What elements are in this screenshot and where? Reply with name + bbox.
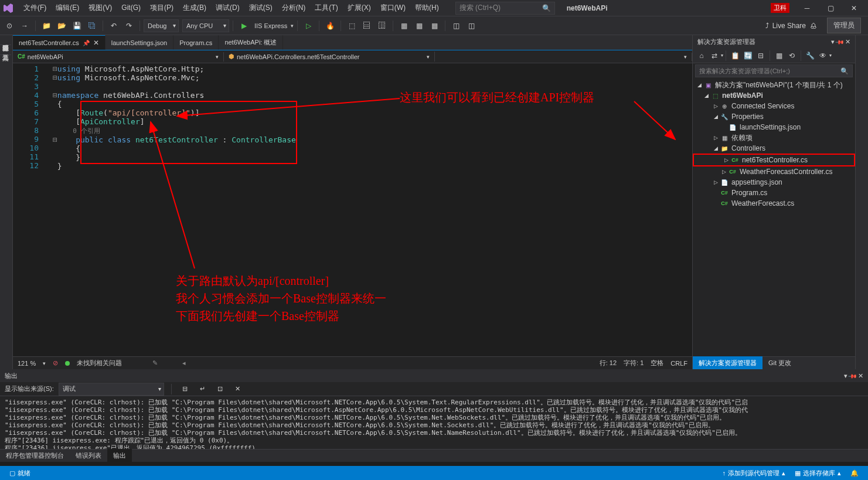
- expand-arrow-icon[interactable]: ▷: [712, 179, 720, 185]
- tree-item[interactable]: ◢📁Controllers: [693, 143, 855, 154]
- cursor-line[interactable]: 行: 12: [600, 359, 617, 367]
- search-icon[interactable]: 🔍: [542, 4, 551, 12]
- sol-save-button[interactable]: 📋: [729, 49, 741, 62]
- indent-mode[interactable]: 空格: [651, 359, 663, 367]
- tree-solution-root[interactable]: ◢ ▣ 解决方案"net6WebAPi"(1 个项目/共 1 个): [693, 80, 855, 90]
- save-button[interactable]: 💾: [70, 19, 84, 33]
- config-dropdown[interactable]: Debug: [144, 19, 179, 32]
- expand-arrow-icon[interactable]: ▷: [712, 135, 720, 141]
- admin-button[interactable]: 管理员: [827, 18, 861, 33]
- code-line[interactable]: [48, 171, 692, 179]
- tree-item[interactable]: ▷C#net6TestController.cs: [695, 155, 810, 165]
- minimize-button[interactable]: ─: [795, 0, 819, 16]
- expand-arrow-icon[interactable]: ◢: [712, 114, 720, 120]
- code-line[interactable]: ⊟namespace net6WebAPi.Controllers: [48, 91, 692, 100]
- tree-item[interactable]: 📄launchSettings.json: [693, 122, 855, 132]
- panel-menu-icon[interactable]: ▾: [831, 38, 835, 45]
- document-tab[interactable]: Program.cs: [173, 35, 219, 50]
- cursor-char[interactable]: 字符: 1: [624, 359, 644, 367]
- menu-item[interactable]: 帮助(H): [410, 1, 444, 14]
- breadcrumb-class[interactable]: ⬢ net6WebAPi.Controllers.net6TestControl…: [224, 52, 435, 62]
- menu-item[interactable]: 测试(S): [244, 1, 277, 14]
- breadcrumb-member[interactable]: [435, 53, 692, 61]
- zoom-level[interactable]: 121 %: [18, 360, 36, 367]
- tb-misc6[interactable]: ▦: [427, 19, 441, 33]
- tree-item[interactable]: ▷▦依赖项: [693, 132, 855, 143]
- code-editor[interactable]: 123456789101112 ⊟using Microsoft.AspNetC…: [13, 63, 692, 356]
- expand-arrow-icon[interactable]: ◢: [712, 145, 720, 151]
- document-tab[interactable]: net6TestController.cs 📌 ✕: [13, 35, 105, 50]
- panel-menu-icon[interactable]: ▾: [844, 372, 847, 379]
- expand-arrow-icon[interactable]: ▷: [720, 169, 728, 175]
- sol-preview-button[interactable]: 👁: [816, 49, 829, 62]
- menu-item[interactable]: 调试(D): [211, 1, 244, 14]
- tb-misc1[interactable]: ⬚: [345, 19, 359, 33]
- sol-properties-button[interactable]: 🔧: [804, 49, 816, 62]
- sol-switch-button[interactable]: ⇄: [708, 49, 721, 62]
- output-content[interactable]: "iisexpress.exe" (CoreCLR: clrhost): 已加载…: [0, 396, 868, 449]
- menu-item[interactable]: 扩展(X): [343, 1, 376, 14]
- notification-icon[interactable]: 🕭: [809, 21, 818, 30]
- code-line[interactable]: ⊟using Microsoft.AspNetCore.Http;: [48, 64, 692, 73]
- menu-item[interactable]: 文件(F): [19, 1, 51, 14]
- tb-misc5[interactable]: ▦: [412, 19, 426, 33]
- breadcrumb-project[interactable]: C# net6WebAPi: [13, 52, 224, 62]
- code-line[interactable]: ⊟using Microsoft.AspNetCore.Mvc;: [48, 73, 692, 82]
- document-tab[interactable]: net6WebAPi: 概述: [219, 35, 283, 50]
- sol-tab-git[interactable]: Git 更改: [763, 356, 797, 370]
- tb-misc8[interactable]: ◫: [464, 19, 478, 33]
- sol-refresh-button[interactable]: ⟲: [785, 49, 798, 62]
- output-tab-errors[interactable]: 错误列表: [70, 449, 107, 462]
- expand-arrow-icon[interactable]: ▷: [712, 103, 720, 109]
- menu-item[interactable]: 窗口(W): [376, 1, 410, 14]
- issue-count-icon[interactable]: ⊘: [53, 359, 58, 367]
- platform-dropdown[interactable]: Any CPU: [182, 19, 229, 32]
- menu-item[interactable]: 工具(T): [310, 1, 342, 14]
- run-target-label[interactable]: IIS Express: [252, 22, 290, 29]
- sol-tab-explorer[interactable]: 解决方案资源管理器: [693, 356, 763, 370]
- menu-item[interactable]: 视图(V): [84, 1, 117, 14]
- panel-pin-icon[interactable]: 📌: [835, 37, 845, 46]
- tree-item[interactable]: ▷C#WeatherForecastController.cs: [693, 166, 855, 177]
- panel-pin-icon[interactable]: 📌: [848, 371, 857, 380]
- sol-search-input[interactable]: 搜索解决方案资源管理器(Ctrl+;) 🔍: [695, 64, 853, 77]
- tree-item[interactable]: C#WeatherForecast.cs: [693, 198, 855, 209]
- redo-button[interactable]: ↷: [122, 19, 136, 33]
- panel-close-icon[interactable]: ✕: [858, 372, 863, 379]
- status-bell-icon[interactable]: 🔔: [846, 469, 863, 477]
- new-project-button[interactable]: 📁: [39, 19, 53, 33]
- tree-item[interactable]: ◢🔧Properties: [693, 111, 855, 122]
- tab-pin-icon[interactable]: 📌: [83, 40, 90, 46]
- tab-close-icon[interactable]: ✕: [93, 39, 99, 47]
- tb-misc7[interactable]: ◫: [449, 19, 463, 33]
- save-all-button[interactable]: ⿻: [85, 19, 99, 33]
- nav-fwd-button[interactable]: →: [18, 19, 32, 33]
- issues-label[interactable]: 未找到相关问题: [77, 359, 122, 367]
- output-tab-output[interactable]: 输出: [107, 449, 132, 462]
- status-source-control[interactable]: ↑ 添加到源代码管理 ▴: [718, 469, 791, 478]
- menu-item[interactable]: 编辑(E): [51, 1, 84, 14]
- undo-button[interactable]: ↶: [107, 19, 121, 33]
- live-share[interactable]: ⤴ Live Share 🕭 管理员: [761, 18, 866, 33]
- sol-sync-button[interactable]: 🔄: [741, 49, 754, 62]
- server-explorer-tab[interactable]: 服务器资源管理器: [0, 35, 11, 45]
- tree-project[interactable]: ◢ ⬚ net6WebAPi: [693, 90, 855, 101]
- sol-collapse-button[interactable]: ⊟: [754, 49, 767, 62]
- global-search-input[interactable]: 搜索 (Ctrl+Q) 🔍: [455, 2, 555, 15]
- tree-item[interactable]: C#Program.cs: [693, 188, 855, 198]
- output-clearall-button[interactable]: ✕: [232, 383, 244, 396]
- output-clear-button[interactable]: ⊟: [179, 383, 192, 396]
- tb-misc2[interactable]: ⿳: [360, 19, 374, 33]
- nav-back-button[interactable]: ⊙: [2, 19, 16, 33]
- eol-mode[interactable]: CRLF: [670, 360, 687, 367]
- output-tab-pkgmgr[interactable]: 程序包管理器控制台: [0, 449, 70, 462]
- run-no-debug-button[interactable]: ▷: [301, 19, 315, 33]
- panel-close-icon[interactable]: ✕: [845, 38, 850, 45]
- output-autoscroll-button[interactable]: ⊡: [214, 383, 227, 396]
- tree-item[interactable]: ▷📄appsettings.json: [693, 177, 855, 188]
- maximize-button[interactable]: ▢: [819, 0, 842, 16]
- menu-item[interactable]: 生成(B): [178, 1, 211, 14]
- hot-reload-button[interactable]: 🔥: [323, 19, 337, 33]
- code-line[interactable]: [48, 82, 692, 91]
- sol-showall-button[interactable]: ▦: [772, 49, 785, 62]
